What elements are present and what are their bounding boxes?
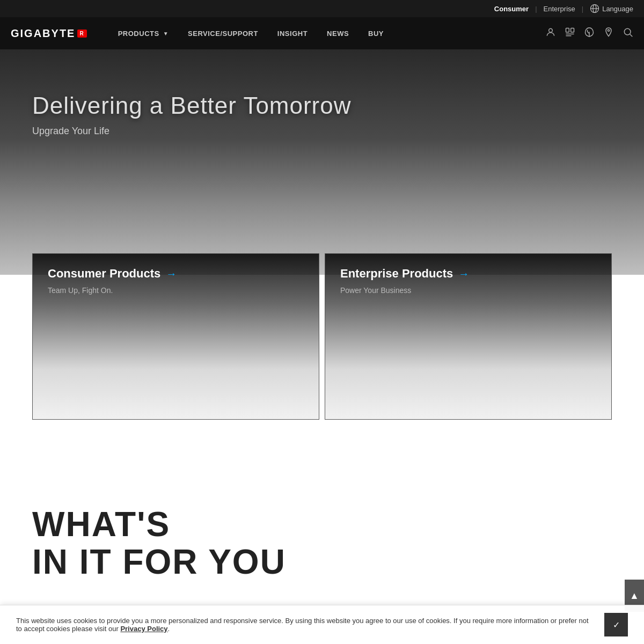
svg-line-10 <box>630 34 633 36</box>
nav-buy[interactable]: BUY <box>358 17 393 49</box>
privacy-policy-link[interactable]: Privacy Policy <box>120 625 167 633</box>
consumer-card-title: Consumer Products → <box>48 267 304 281</box>
nav-service[interactable]: SERVICE/SUPPORT <box>178 17 268 49</box>
svg-rect-4 <box>566 28 569 32</box>
svg-point-3 <box>549 28 553 32</box>
compare-icon[interactable] <box>565 27 575 40</box>
enterprise-card-subtitle: Power Your Business <box>340 286 596 295</box>
hero-title: Delivering a Better Tomorrow <box>32 92 612 119</box>
whats-title-line1: WHAT'S <box>32 506 612 543</box>
product-cards: Consumer Products → Team Up, Fight On. E… <box>0 253 644 420</box>
nav-insight[interactable]: INSIGHT <box>268 17 317 49</box>
hero-subtitle: Upgrade Your Life <box>32 126 612 137</box>
navbar: GIGABYTER PRODUCTS ▼ SERVICE/SUPPORT INS… <box>0 17 644 49</box>
language-label: Language <box>602 5 633 13</box>
consumer-link[interactable]: Consumer <box>494 5 529 13</box>
svg-rect-5 <box>571 28 574 32</box>
spacer <box>0 420 644 463</box>
svg-point-8 <box>608 30 609 31</box>
whats-title-line2: IN IT FOR YOU <box>32 543 612 581</box>
enterprise-products-card[interactable]: Enterprise Products → Power Your Busines… <box>325 253 612 420</box>
language-selector[interactable]: Language <box>590 4 633 13</box>
top-bar: Consumer | Enterprise | Language <box>0 0 644 17</box>
cookie-checkmark-icon: ✓ <box>613 620 620 630</box>
nav-products[interactable]: PRODUCTS ▼ <box>108 17 178 49</box>
globe-icon <box>590 4 599 13</box>
logo-text: GIGABYTE <box>11 27 75 40</box>
consumer-products-card[interactable]: Consumer Products → Team Up, Fight On. <box>32 253 319 420</box>
location-icon[interactable] <box>603 27 614 40</box>
user-icon[interactable] <box>545 27 556 40</box>
nav-icons <box>545 27 633 40</box>
divider: | <box>535 5 537 13</box>
enterprise-link[interactable]: Enterprise <box>544 5 575 13</box>
products-dropdown-arrow: ▼ <box>163 31 169 36</box>
nav-news[interactable]: NEWS <box>317 17 358 49</box>
logo[interactable]: GIGABYTER <box>11 27 87 40</box>
search-icon[interactable] <box>623 27 633 40</box>
nav-links: PRODUCTS ▼ SERVICE/SUPPORT INSIGHT NEWS … <box>108 17 545 49</box>
consumer-card-subtitle: Team Up, Fight On. <box>48 286 304 295</box>
enterprise-card-title: Enterprise Products → <box>340 267 596 281</box>
enterprise-card-arrow: → <box>458 268 469 280</box>
scroll-arrow-icon: ▲ <box>630 590 639 602</box>
consumer-card-arrow: → <box>166 268 177 280</box>
eco-icon[interactable] <box>584 27 595 40</box>
cookie-bar: This website uses cookies to provide you… <box>0 605 644 644</box>
divider2: | <box>582 5 583 13</box>
logo-badge: R <box>77 30 86 38</box>
whats-section: WHAT'S IN IT FOR YOU <box>0 463 644 603</box>
svg-point-9 <box>624 28 631 35</box>
cookie-accept-button[interactable]: ✓ <box>604 613 628 636</box>
cookie-text: This website uses cookies to provide you… <box>16 617 594 633</box>
hero-section: Delivering a Better Tomorrow Upgrade You… <box>0 49 644 275</box>
